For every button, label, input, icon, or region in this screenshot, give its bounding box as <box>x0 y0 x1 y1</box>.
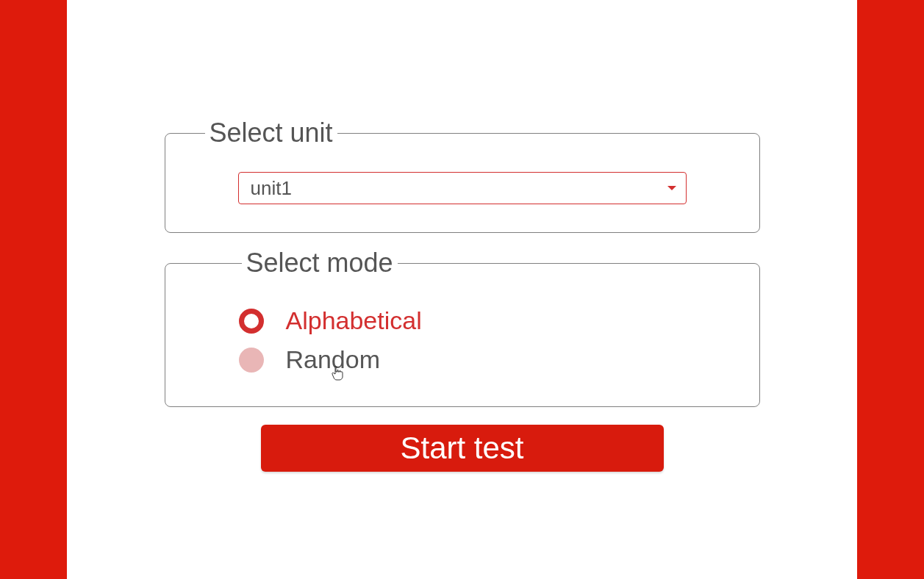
mode-option-alphabetical[interactable]: Alphabetical <box>239 306 723 335</box>
main-panel: Select unit unit1 Select mode Alphabetic… <box>67 0 857 579</box>
radio-selected-icon <box>239 309 264 334</box>
select-unit-fieldset: Select unit unit1 <box>165 118 760 233</box>
radio-unselected-icon <box>239 348 264 373</box>
unit-select[interactable]: unit1 <box>238 172 687 204</box>
select-unit-legend: Select unit <box>205 118 337 148</box>
mode-label-alphabetical: Alphabetical <box>286 306 422 335</box>
select-mode-legend: Select mode <box>242 248 398 278</box>
mode-option-random[interactable]: Random <box>239 345 723 374</box>
select-mode-fieldset: Select mode Alphabetical Random <box>165 248 760 407</box>
unit-select-wrapper: unit1 <box>238 172 687 204</box>
mode-label-random: Random <box>286 345 381 374</box>
start-test-button[interactable]: Start test <box>261 425 664 472</box>
